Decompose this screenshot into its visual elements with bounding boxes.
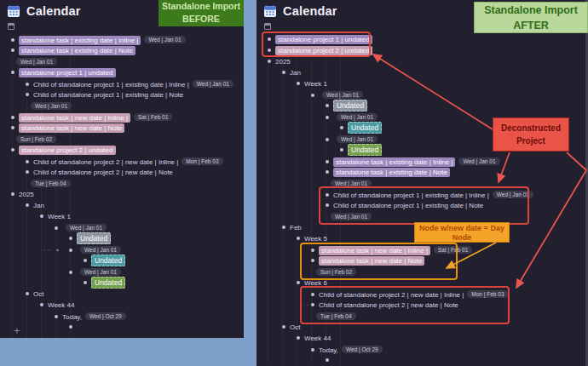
outline-row[interactable]: standalone task | existing date | Note: [0, 45, 244, 56]
block-bullet[interactable]: [69, 271, 72, 274]
outline-row[interactable]: Child of standalone project 2 | new date…: [0, 167, 244, 178]
block-bullet[interactable]: [282, 226, 285, 229]
block-bullet[interactable]: [326, 104, 329, 107]
outline-row[interactable]: standalone project 2 | undated: [0, 145, 244, 156]
outline-row[interactable]: standalone task | new date | Note: [0, 123, 244, 134]
block-bullet[interactable]: [282, 325, 285, 329]
block-bullet[interactable]: [297, 237, 300, 240]
block-bullet[interactable]: [11, 126, 14, 129]
block-bullet[interactable]: [340, 148, 343, 152]
block-bullet[interactable]: [40, 214, 43, 218]
block-bullet[interactable]: [40, 303, 43, 306]
block-bullet[interactable]: [69, 237, 72, 240]
outline-row[interactable]: Week 44: [0, 300, 244, 311]
highlighted-block-text[interactable]: Undated: [333, 100, 367, 112]
date-under-row[interactable]: Wed | Jan 01: [0, 56, 244, 67]
outline-row[interactable]: Oct: [0, 289, 244, 300]
block-text[interactable]: 2025: [19, 191, 34, 198]
outline-row[interactable]: standalone task | existing date | Inline…: [0, 34, 244, 45]
date-under-row[interactable]: Tue | Feb 04: [0, 178, 244, 189]
block-bullet[interactable]: [11, 49, 14, 52]
block-bullet[interactable]: [268, 60, 271, 63]
block-bullet[interactable]: [26, 160, 29, 163]
date-pill[interactable]: Wed | Oct 29: [85, 312, 126, 320]
date-pill[interactable]: Wed | Jan 01: [66, 224, 107, 232]
date-under-row[interactable]: Wed | Jan 01: [0, 100, 244, 112]
block-bullet[interactable]: [326, 138, 329, 141]
date-pill[interactable]: Wed | Jan 01: [458, 157, 499, 165]
block-bullet[interactable]: [26, 203, 29, 207]
block-bullet[interactable]: [326, 160, 329, 163]
date-pill[interactable]: Wed | Jan 01: [337, 113, 378, 121]
block-bullet[interactable]: [26, 93, 29, 96]
block-bullet[interactable]: [326, 358, 329, 362]
block-bullet[interactable]: [282, 71, 285, 74]
highlighted-block-text[interactable]: standalone task | existing date | Inline…: [333, 157, 455, 167]
outline-row[interactable]: 2025: [257, 56, 588, 67]
outline-row[interactable]: standalone task | existing date | Inline…: [257, 156, 588, 167]
outline-row[interactable]: Jan: [0, 200, 244, 211]
block-text[interactable]: Week 5: [304, 235, 327, 243]
highlighted-block-text[interactable]: Undated: [77, 232, 111, 244]
block-text[interactable]: Oct: [290, 323, 300, 331]
outline-row[interactable]: [0, 322, 244, 333]
date-pill[interactable]: Wed | Jan 01: [31, 102, 72, 110]
block-text[interactable]: Jan: [290, 69, 301, 77]
outline-row[interactable]: standalone project 1 | undated: [0, 67, 244, 78]
block-text[interactable]: Jan: [33, 202, 44, 209]
block-bullet[interactable]: [26, 292, 29, 295]
block-bullet[interactable]: [69, 325, 72, 329]
highlighted-block-text[interactable]: Undated: [348, 144, 382, 156]
highlighted-block-text[interactable]: standalone task | new date | Inline |: [19, 113, 130, 123]
block-text[interactable]: Child of standalone project 1 | existing…: [33, 81, 189, 89]
block-bullet[interactable]: [297, 336, 300, 340]
add-block-button[interactable]: +: [14, 325, 20, 336]
bullet-menu-dots-icon[interactable]: ···: [43, 244, 53, 255]
block-text[interactable]: Child of standalone project 2 | new date…: [33, 169, 173, 176]
block-bullet[interactable]: [69, 249, 72, 252]
block-text[interactable]: Child of standalone project 2 | new date…: [33, 158, 178, 166]
date-pill[interactable]: Wed | Jan 01: [337, 135, 378, 143]
outline-row[interactable]: Jan: [257, 67, 588, 78]
outline-row[interactable]: [257, 355, 588, 366]
highlighted-block-text[interactable]: Undated: [91, 277, 125, 289]
block-text[interactable]: Week 44: [48, 301, 74, 309]
block-bullet[interactable]: [26, 83, 29, 86]
block-bullet[interactable]: [311, 348, 314, 352]
date-pill[interactable]: Tue | Feb 04: [31, 180, 71, 187]
block-bullet[interactable]: [11, 38, 14, 42]
block-text[interactable]: Feb: [290, 224, 302, 232]
outline-row[interactable]: Undated: [0, 255, 244, 266]
date-pill[interactable]: Wed | Jan 01: [193, 80, 233, 88]
outline-row[interactable]: Child of standalone project 2 | new date…: [0, 156, 244, 167]
date-pill[interactable]: Sun | Feb 02: [16, 135, 56, 143]
date-pill[interactable]: Wed | Jan 01: [16, 58, 57, 66]
date-pill[interactable]: Wed | Jan 01: [322, 91, 363, 99]
outline-row[interactable]: Week 1: [0, 211, 244, 222]
date-pill[interactable]: Mon | Feb 03: [182, 157, 222, 165]
outline-row[interactable]: standalone task | existing date | Note: [257, 167, 588, 178]
block-text[interactable]: Week 44: [304, 335, 331, 342]
outline-row[interactable]: Week 44: [257, 333, 588, 344]
highlighted-block-text[interactable]: Undated: [91, 254, 125, 266]
block-bullet[interactable]: [55, 315, 58, 318]
date-pill[interactable]: Wed | Jan 01: [80, 246, 121, 254]
block-bullet[interactable]: [84, 281, 87, 284]
block-bullet[interactable]: [297, 281, 300, 284]
block-bullet[interactable]: [11, 192, 14, 196]
outline-row[interactable]: Undated: [0, 277, 244, 289]
block-bullet[interactable]: [11, 71, 14, 74]
block-bullet[interactable]: [11, 116, 14, 119]
outline-row[interactable]: 2025: [0, 189, 244, 200]
outline-row[interactable]: standalone task | new date | Inline |Sat…: [0, 112, 244, 123]
highlighted-block-text[interactable]: standalone project 2 | undated: [19, 146, 116, 155]
block-text[interactable]: Week 1: [304, 80, 327, 88]
highlighted-block-text[interactable]: standalone task | existing date | Note: [333, 168, 450, 177]
block-text[interactable]: Week 1: [48, 213, 71, 220]
highlighted-block-text[interactable]: standalone task | existing date | Inline…: [19, 36, 141, 45]
block-bullet[interactable]: [297, 82, 300, 85]
date-pill[interactable]: Wed | Oct 29: [342, 346, 383, 353]
date-pill[interactable]: Sat | Feb 01: [134, 113, 172, 121]
outline-row[interactable]: Undated: [257, 100, 588, 112]
outline-row[interactable]: Wed | Jan 01: [257, 89, 588, 100]
